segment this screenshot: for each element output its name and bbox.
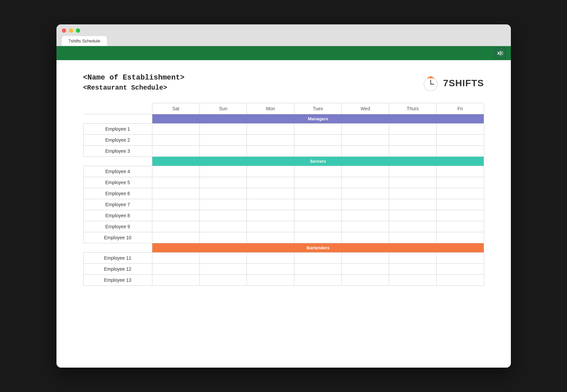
schedule-cell[interactable] xyxy=(152,146,199,157)
schedule-cell[interactable] xyxy=(152,199,199,210)
schedule-cell[interactable] xyxy=(152,166,199,177)
schedule-cell[interactable] xyxy=(152,232,199,243)
schedule-cell[interactable] xyxy=(152,135,199,146)
schedule-cell[interactable] xyxy=(247,221,294,232)
employee-name: Employee 5 xyxy=(83,177,152,188)
schedule-cell[interactable] xyxy=(294,135,342,146)
schedule-cell[interactable] xyxy=(342,275,389,286)
schedule-cell[interactable] xyxy=(294,210,342,221)
browser-tab[interactable]: 7shifts Schedule xyxy=(62,36,107,46)
schedule-cell[interactable] xyxy=(389,124,436,135)
schedule-cell[interactable] xyxy=(389,232,436,243)
schedule-cell[interactable] xyxy=(436,166,484,177)
schedule-cell[interactable] xyxy=(389,199,436,210)
schedule-cell[interactable] xyxy=(199,210,247,221)
schedule-cell[interactable] xyxy=(294,275,342,286)
close-button[interactable] xyxy=(62,28,66,33)
schedule-cell[interactable] xyxy=(199,146,247,157)
schedule-cell[interactable] xyxy=(294,146,342,157)
schedule-cell[interactable] xyxy=(342,264,389,275)
schedule-cell[interactable] xyxy=(247,188,294,199)
schedule-cell[interactable] xyxy=(199,188,247,199)
schedule-cell[interactable] xyxy=(294,221,342,232)
schedule-cell[interactable] xyxy=(436,253,484,264)
schedule-cell[interactable] xyxy=(152,177,199,188)
schedule-cell[interactable] xyxy=(389,221,436,232)
excel-icon[interactable]: X xyxy=(494,47,506,59)
schedule-cell[interactable] xyxy=(247,124,294,135)
schedule-cell[interactable] xyxy=(389,253,436,264)
schedule-cell[interactable] xyxy=(389,210,436,221)
schedule-cell[interactable] xyxy=(199,199,247,210)
schedule-cell[interactable] xyxy=(389,146,436,157)
schedule-cell[interactable] xyxy=(152,253,199,264)
schedule-cell[interactable] xyxy=(247,210,294,221)
schedule-cell[interactable] xyxy=(436,264,484,275)
schedule-cell[interactable] xyxy=(436,221,484,232)
schedule-cell[interactable] xyxy=(247,264,294,275)
schedule-cell[interactable] xyxy=(152,264,199,275)
schedule-cell[interactable] xyxy=(436,210,484,221)
schedule-cell[interactable] xyxy=(436,124,484,135)
schedule-cell[interactable] xyxy=(199,124,247,135)
schedule-cell[interactable] xyxy=(247,232,294,243)
schedule-cell[interactable] xyxy=(294,253,342,264)
schedule-cell[interactable] xyxy=(247,177,294,188)
schedule-cell[interactable] xyxy=(199,253,247,264)
schedule-cell[interactable] xyxy=(247,253,294,264)
schedule-cell[interactable] xyxy=(199,177,247,188)
schedule-cell[interactable] xyxy=(152,124,199,135)
schedule-cell[interactable] xyxy=(389,275,436,286)
schedule-cell[interactable] xyxy=(294,232,342,243)
schedule-cell[interactable] xyxy=(436,275,484,286)
schedule-cell[interactable] xyxy=(247,275,294,286)
schedule-cell[interactable] xyxy=(247,135,294,146)
schedule-cell[interactable] xyxy=(199,275,247,286)
schedule-cell[interactable] xyxy=(294,177,342,188)
schedule-cell[interactable] xyxy=(294,199,342,210)
fullscreen-button[interactable] xyxy=(76,28,80,33)
schedule-cell[interactable] xyxy=(342,146,389,157)
schedule-cell[interactable] xyxy=(342,188,389,199)
schedule-cell[interactable] xyxy=(199,166,247,177)
schedule-cell[interactable] xyxy=(199,221,247,232)
schedule-cell[interactable] xyxy=(294,124,342,135)
schedule-cell[interactable] xyxy=(294,188,342,199)
section-label-managers: Managers xyxy=(152,114,484,124)
schedule-cell[interactable] xyxy=(342,124,389,135)
table-row: Employee 8 xyxy=(83,210,484,221)
schedule-cell[interactable] xyxy=(389,135,436,146)
schedule-cell[interactable] xyxy=(436,199,484,210)
schedule-cell[interactable] xyxy=(294,166,342,177)
schedule-cell[interactable] xyxy=(342,210,389,221)
schedule-cell[interactable] xyxy=(389,188,436,199)
schedule-cell[interactable] xyxy=(342,199,389,210)
schedule-cell[interactable] xyxy=(294,264,342,275)
schedule-cell[interactable] xyxy=(342,221,389,232)
schedule-cell[interactable] xyxy=(247,199,294,210)
schedule-cell[interactable] xyxy=(152,210,199,221)
schedule-cell[interactable] xyxy=(342,253,389,264)
schedule-cell[interactable] xyxy=(247,166,294,177)
schedule-cell[interactable] xyxy=(436,177,484,188)
schedule-cell[interactable] xyxy=(199,232,247,243)
schedule-cell[interactable] xyxy=(389,166,436,177)
schedule-cell[interactable] xyxy=(152,275,199,286)
schedule-cell[interactable] xyxy=(247,146,294,157)
schedule-cell[interactable] xyxy=(389,264,436,275)
schedule-cell[interactable] xyxy=(152,188,199,199)
schedule-cell[interactable] xyxy=(342,177,389,188)
schedule-cell[interactable] xyxy=(436,146,484,157)
schedule-cell[interactable] xyxy=(436,135,484,146)
schedule-cell[interactable] xyxy=(342,232,389,243)
schedule-cell[interactable] xyxy=(199,264,247,275)
schedule-cell[interactable] xyxy=(342,166,389,177)
schedule-cell[interactable] xyxy=(199,135,247,146)
minimize-button[interactable] xyxy=(69,28,73,33)
header-row: Sat Sun Mon Tues Wed Thurs Fri xyxy=(83,103,484,114)
schedule-cell[interactable] xyxy=(436,232,484,243)
schedule-cell[interactable] xyxy=(152,221,199,232)
schedule-cell[interactable] xyxy=(436,188,484,199)
schedule-cell[interactable] xyxy=(389,177,436,188)
schedule-cell[interactable] xyxy=(342,135,389,146)
